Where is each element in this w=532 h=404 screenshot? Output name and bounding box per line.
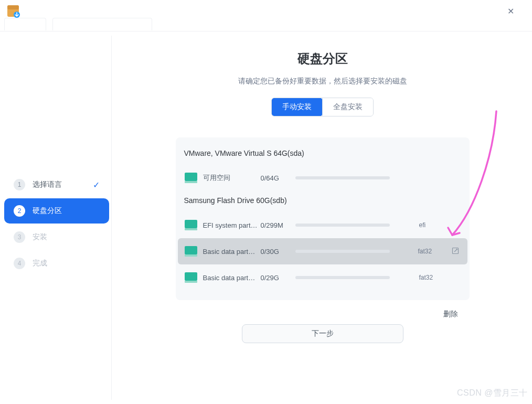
disk-icon bbox=[184, 219, 198, 231]
partition-row[interactable]: 可用空间 0/64G bbox=[178, 165, 467, 191]
mode-full-disk-install[interactable]: 全盘安装 bbox=[322, 98, 373, 116]
close-icon[interactable]: ✕ bbox=[504, 4, 517, 18]
disk-header: VMware, VMware Virtual S 64G(sda) bbox=[176, 144, 470, 165]
filesystem-type: efi bbox=[419, 221, 451, 229]
step-select-language[interactable]: 1 选择语言 ✓ bbox=[4, 172, 109, 197]
svg-rect-5 bbox=[185, 220, 197, 228]
step-number: 4 bbox=[14, 258, 25, 269]
filesystem-type: fat32 bbox=[418, 248, 450, 255]
partition-row[interactable]: Basic data part… 0/30G fat32 bbox=[178, 238, 467, 264]
check-icon: ✓ bbox=[93, 180, 100, 190]
step-disk-partition[interactable]: 2 硬盘分区 bbox=[4, 198, 109, 224]
disk-icon bbox=[184, 246, 198, 257]
step-number: 3 bbox=[14, 231, 25, 243]
window-tabs bbox=[0, 22, 532, 31]
vertical-divider bbox=[111, 36, 112, 400]
step-finish: 4 完成 bbox=[4, 251, 109, 276]
tab-placeholder bbox=[4, 18, 46, 30]
svg-rect-11 bbox=[185, 281, 197, 283]
step-number: 2 bbox=[14, 205, 25, 217]
partition-size: 0/30G bbox=[261, 248, 295, 256]
page-title: 硬盘分区 bbox=[297, 50, 348, 67]
next-button[interactable]: 下一步 bbox=[242, 324, 403, 343]
step-label: 选择语言 bbox=[33, 180, 93, 189]
svg-rect-10 bbox=[185, 272, 197, 281]
partition-size: 0/299M bbox=[261, 221, 295, 229]
svg-rect-1 bbox=[7, 5, 19, 9]
partition-name: Basic data part… bbox=[203, 274, 261, 282]
usage-bar bbox=[295, 224, 390, 227]
usage-bar bbox=[295, 250, 390, 253]
partition-name: EFI system part… bbox=[203, 221, 261, 229]
partition-size: 0/29G bbox=[261, 274, 295, 282]
step-number: 1 bbox=[14, 179, 25, 190]
install-mode-toggle: 手动安装 全盘安装 bbox=[271, 98, 374, 116]
disk-header: Samsung Flash Drive 60G(sdb) bbox=[176, 191, 470, 212]
svg-rect-3 bbox=[185, 173, 197, 181]
disk-icon bbox=[184, 272, 198, 283]
filesystem-type: fat32 bbox=[419, 274, 451, 281]
svg-rect-4 bbox=[185, 181, 197, 183]
main-content: 硬盘分区 请确定您已备份好重要数据，然后选择要安装的磁盘 手动安装 全盘安装 V… bbox=[117, 36, 528, 400]
disk-panel: VMware, VMware Virtual S 64G(sda) 可用空间 0… bbox=[176, 137, 470, 300]
step-label: 完成 bbox=[33, 259, 100, 268]
page-subtitle: 请确定您已备份好重要数据，然后选择要安装的磁盘 bbox=[238, 77, 407, 86]
delete-button[interactable]: 删除 bbox=[443, 310, 458, 319]
svg-rect-8 bbox=[185, 254, 197, 257]
step-label: 安装 bbox=[33, 232, 100, 242]
usage-bar bbox=[295, 276, 390, 279]
partition-row[interactable]: EFI system part… 0/299M efi bbox=[178, 212, 467, 238]
svg-rect-6 bbox=[185, 228, 197, 230]
tab-placeholder bbox=[52, 18, 152, 30]
partition-name: Basic data part… bbox=[203, 248, 261, 256]
partition-row[interactable]: Basic data part… 0/29G fat32 bbox=[178, 264, 467, 291]
step-install: 3 安装 bbox=[4, 225, 109, 250]
installer-app-icon bbox=[6, 4, 20, 18]
step-label: 硬盘分区 bbox=[33, 206, 100, 216]
steps-sidebar: 1 选择语言 ✓ 2 硬盘分区 3 安装 4 完成 bbox=[4, 36, 109, 400]
actions-row: 删除 bbox=[176, 300, 470, 322]
svg-rect-7 bbox=[185, 246, 197, 254]
partition-size: 0/64G bbox=[261, 174, 295, 182]
usage-bar bbox=[295, 176, 390, 179]
partition-name: 可用空间 bbox=[203, 173, 261, 183]
disk-icon bbox=[184, 172, 198, 184]
edit-icon[interactable] bbox=[450, 245, 461, 258]
mode-manual-install[interactable]: 手动安装 bbox=[272, 98, 322, 116]
